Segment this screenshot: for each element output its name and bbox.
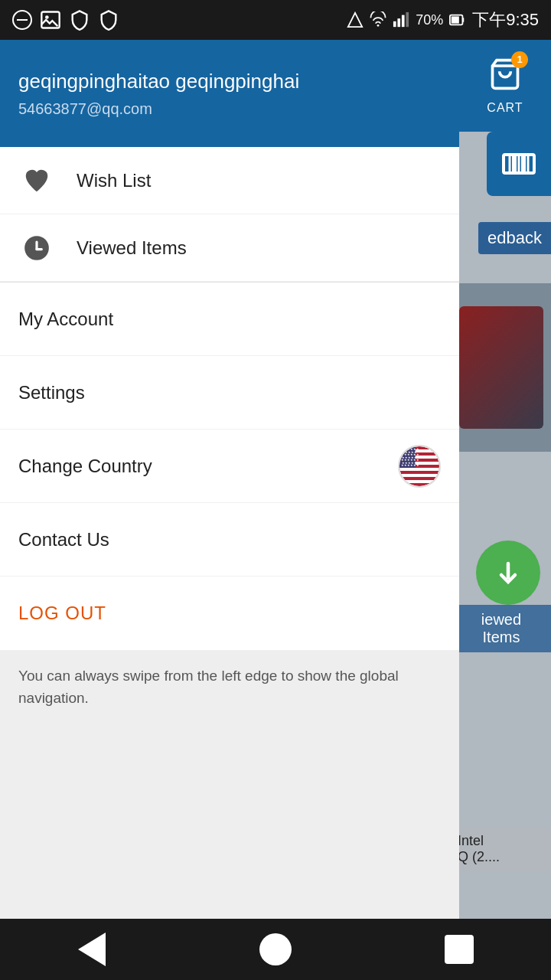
svg-rect-5: [398, 18, 401, 27]
back-button[interactable]: [69, 926, 115, 972]
scanner-button[interactable]: [487, 132, 551, 196]
contact-us-item[interactable]: Contact Us: [0, 503, 459, 577]
battery-indicator: 70%: [416, 12, 443, 28]
svg-point-3: [377, 24, 380, 27]
product-text-snippet: Intel Q (2....: [452, 827, 551, 871]
feedback-label: edback: [487, 228, 542, 247]
signal-icon: [347, 11, 364, 28]
navigation-drawer: geqingpinghaitao geqingpinghai 54663877@…: [0, 40, 459, 919]
svg-point-1: [45, 15, 49, 19]
wifi-icon: [370, 11, 386, 28]
change-country-label: Change Country: [18, 456, 152, 477]
recent-icon: [445, 935, 474, 964]
shield1-icon: [69, 9, 90, 31]
cart-label: CART: [487, 101, 523, 115]
image-icon: [40, 9, 61, 31]
logout-label: LOG OUT: [18, 603, 106, 624]
svg-rect-27: [399, 473, 439, 476]
feedback-tab[interactable]: edback: [478, 222, 551, 254]
svg-rect-4: [393, 21, 396, 27]
svg-rect-9: [452, 16, 459, 23]
wish-list-item[interactable]: Wish List: [0, 147, 459, 214]
svg-rect-6: [402, 15, 405, 28]
user-header: geqingpinghaitao geqingpinghai 54663877@…: [0, 40, 459, 147]
tip-text: You can always swipe from the left edge …: [18, 665, 441, 709]
product-text-2: Q (2....: [458, 849, 545, 865]
home-button[interactable]: [253, 926, 298, 972]
tip-bar: You can always swipe from the left edge …: [0, 650, 459, 919]
download-button[interactable]: [476, 541, 540, 605]
status-bar: 70% 下午9:35: [0, 0, 551, 40]
home-icon: [259, 933, 292, 965]
status-time: 下午9:35: [472, 8, 539, 31]
recent-button[interactable]: [436, 926, 482, 972]
user-name: geqingpinghaitao geqingpinghai: [18, 69, 441, 95]
viewed-items-label: Viewed Items: [77, 237, 187, 259]
settings-item[interactable]: Settings: [0, 356, 459, 430]
status-bar-right: 70% 下午9:35: [347, 8, 539, 31]
product-image: [452, 283, 551, 452]
cart-button[interactable]: 1 CART: [459, 40, 551, 132]
svg-rect-23: [399, 449, 439, 452]
svg-rect-28: [399, 480, 439, 483]
wish-list-label: Wish List: [77, 170, 151, 191]
battery-icon: [449, 11, 466, 28]
contact-us-label: Contact Us: [18, 529, 109, 550]
change-country-item[interactable]: Change Country: [0, 430, 459, 503]
back-icon: [78, 933, 106, 966]
cart-badge: 1: [511, 51, 528, 68]
clock-icon: [18, 230, 55, 266]
us-flag: ★★★★★★ ★★★★★ ★★★★★★ ★★★★★ ★★★★★★ ★★★★★ ★…: [398, 445, 441, 488]
viewed-label: iewedItems: [481, 611, 521, 645]
user-email: 54663877@qq.com: [18, 100, 441, 118]
settings-label: Settings: [18, 382, 85, 403]
viewed-items-item[interactable]: Viewed Items: [0, 214, 459, 282]
status-bar-left: [12, 9, 119, 31]
viewed-items-bg: iewedItems: [452, 605, 551, 652]
shield2-icon: [98, 9, 119, 31]
svg-text:★★★★★★: ★★★★★★: [401, 463, 419, 467]
svg-rect-7: [406, 12, 409, 27]
svg-marker-2: [348, 13, 362, 27]
svg-rect-26: [399, 467, 439, 470]
product-thumbnail: [459, 306, 543, 429]
logout-item[interactable]: LOG OUT: [0, 577, 459, 650]
cellular-icon: [393, 11, 409, 28]
product-text-1: Intel: [458, 833, 545, 849]
my-account-item[interactable]: My Account: [0, 283, 459, 356]
heart-icon: [18, 162, 55, 199]
bottom-navigation: [0, 919, 551, 980]
my-account-label: My Account: [18, 309, 113, 330]
minus-icon: [12, 10, 32, 30]
cart-icon: 1: [488, 57, 522, 98]
